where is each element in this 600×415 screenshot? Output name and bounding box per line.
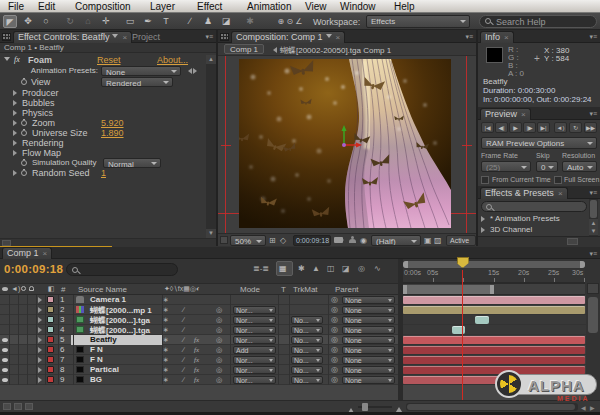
zoom-value[interactable]: 5.920 — [101, 118, 124, 128]
pan-behind-tool-icon[interactable]: ✛ — [99, 15, 113, 28]
resolution-dropdown[interactable]: (Half) — [371, 235, 421, 246]
parent-pickwhip-icon[interactable]: ◎ — [331, 305, 338, 315]
view-dropdown[interactable]: Rendered — [101, 77, 173, 87]
scroll-down-icon[interactable]: ▼ — [206, 229, 216, 238]
bubbles-group[interactable]: Bubbles — [0, 98, 206, 108]
expand-inout-icon[interactable] — [25, 403, 33, 410]
trkmat-dropdown[interactable]: No... — [291, 316, 323, 324]
layer-name[interactable]: F N — [90, 355, 103, 364]
collapse-switch-icon[interactable]: ∗ — [163, 335, 169, 345]
menu-edit[interactable]: Edit — [38, 1, 55, 12]
layer-duration-bar[interactable] — [403, 336, 585, 344]
quality-switch-icon[interactable]: ∕ — [183, 335, 184, 345]
graph-editor-icon[interactable]: ∿ — [374, 264, 381, 273]
quality-switch-icon[interactable]: ∕ — [183, 345, 184, 355]
camera-tool-icon[interactable]: ⌂ — [81, 15, 95, 28]
reset-link[interactable]: Reset — [97, 55, 121, 65]
layer-row-1[interactable]: 1Camera 1∗◎None — [0, 295, 398, 305]
mode-dropdown[interactable]: Nor... — [233, 326, 276, 334]
safe-areas-icon[interactable]: ◇ — [280, 236, 286, 245]
expand-icon[interactable] — [38, 297, 45, 303]
mode-dropdown[interactable]: Nor... — [233, 336, 276, 344]
effect-foam-row[interactable]: fx Foam Reset About... — [0, 55, 206, 65]
trkmat-dropdown[interactable]: No... — [291, 326, 323, 334]
parent-pickwhip-icon[interactable]: ◎ — [331, 375, 338, 385]
menu-animation[interactable]: Animation — [247, 1, 291, 12]
tab-info[interactable]: Info× — [480, 31, 514, 43]
hide-shy-icon[interactable]: ✱ — [298, 264, 305, 273]
timeline-search-box[interactable] — [66, 263, 178, 276]
about-link[interactable]: About... — [157, 55, 188, 65]
collapse-switch-icon[interactable]: ∗ — [163, 355, 169, 365]
parent-pickwhip-icon[interactable]: ◎ — [331, 295, 338, 305]
expand-icon[interactable] — [38, 337, 45, 343]
layer-row-6[interactable]: 6F N∗∕fx◎AddNo...◎None — [0, 345, 398, 355]
next-preset-icon[interactable] — [193, 68, 200, 74]
comp-breadcrumb-button[interactable]: Comp 1 — [224, 44, 264, 54]
eye-icon[interactable] — [2, 378, 8, 382]
effect-controls-scrollbar[interactable]: ▲ ▼ — [206, 55, 216, 238]
eye-icon[interactable] — [2, 368, 8, 372]
stopwatch-icon[interactable] — [21, 160, 27, 166]
pen-tool-icon[interactable]: ✒ — [141, 15, 155, 28]
ram-preview-button[interactable]: ▶▶ — [584, 122, 597, 133]
from-current-time-checkbox[interactable] — [481, 176, 489, 184]
eye-icon[interactable] — [2, 348, 8, 352]
axis-mode-icons[interactable]: ⊕ ⊙ ∠ — [268, 15, 312, 28]
simulation-quality-property[interactable]: Simulation Quality Normal — [0, 158, 206, 168]
label-color[interactable] — [47, 346, 54, 353]
panel-menu-icon[interactable]: ▾≡ — [589, 189, 597, 197]
always-preview-icon[interactable] — [220, 236, 228, 244]
label-color[interactable] — [47, 306, 54, 313]
zoom-tool-icon[interactable]: ○ — [39, 15, 53, 28]
effects-switch-icon[interactable]: fx — [194, 375, 199, 385]
mode-dropdown[interactable]: Nor... — [233, 316, 276, 324]
layer-duration-bar[interactable] — [403, 356, 585, 364]
play-button[interactable]: ▶ — [509, 122, 522, 133]
parent-dropdown[interactable]: None — [342, 306, 395, 314]
clone-stamp-tool-icon[interactable]: ♟ — [201, 15, 215, 28]
universe-size-property[interactable]: Universe Size 1.890 — [0, 128, 206, 138]
mode-dropdown[interactable]: Nor... — [233, 356, 276, 364]
flow-map-group[interactable]: Flow Map — [0, 148, 206, 158]
effects-switch-icon[interactable]: fx — [194, 335, 199, 345]
effects-switch-icon[interactable]: fx — [194, 355, 199, 365]
puppet-tool-icon[interactable]: ✱ — [243, 15, 257, 28]
motion-blur-switch-icon[interactable]: ◎ — [216, 375, 222, 385]
frame-blend-icon[interactable]: ▲ — [312, 264, 320, 273]
stopwatch-icon[interactable] — [21, 79, 27, 85]
selection-tool-icon[interactable]: ◤ — [3, 15, 17, 28]
simulation-quality-dropdown[interactable]: Normal — [103, 158, 161, 168]
layer-duration-bar[interactable] — [452, 326, 466, 334]
motion-blur-switch-icon[interactable]: ◎ — [216, 365, 222, 375]
tab-effect-controls[interactable]: Effect Controls: Beatfly× — [13, 31, 132, 43]
3d-channel-item[interactable]: 3D Channel — [478, 225, 588, 236]
menu-effect[interactable]: Effect — [197, 1, 222, 12]
parent-dropdown[interactable]: None — [342, 316, 395, 324]
producer-group[interactable]: Producer — [0, 88, 206, 98]
expand-modes-icon[interactable] — [14, 403, 22, 410]
ram-preview-options-dropdown[interactable]: RAM Preview Options — [481, 137, 597, 149]
brush-tool-icon[interactable]: ∕ — [183, 15, 197, 28]
panel-menu-icon[interactable]: ▾≡ — [205, 33, 213, 41]
quality-switch-icon[interactable]: ∕ — [183, 365, 184, 375]
layer-name[interactable]: F N — [90, 345, 103, 354]
motion-blur-switch-icon[interactable]: ◎ — [216, 345, 222, 355]
tab-project[interactable]: Project — [132, 32, 160, 42]
new-panel-icon[interactable] — [567, 238, 578, 245]
roi-icon[interactable]: ▣ — [424, 236, 432, 245]
quality-switch-icon[interactable]: ∕ — [183, 315, 184, 325]
motion-blur-icon[interactable]: ◫ — [327, 264, 335, 273]
menu-layer[interactable]: Layer — [150, 1, 175, 12]
effects-switch-icon[interactable]: fx — [194, 345, 199, 355]
time-ruler[interactable]: 0:00s 05s 15s 20s 25s 30s — [403, 269, 585, 283]
trkmat-dropdown[interactable]: No... — [291, 336, 323, 344]
parent-pickwhip-icon[interactable]: ◎ — [331, 355, 338, 365]
show-snapshot-icon[interactable] — [349, 236, 356, 243]
first-frame-button[interactable]: |◀ — [481, 122, 494, 133]
animation-presets-dropdown[interactable]: None — [101, 66, 181, 76]
layer-name[interactable]: Partical — [90, 365, 119, 374]
parent-pickwhip-icon[interactable]: ◎ — [331, 345, 338, 355]
label-color[interactable] — [47, 336, 54, 343]
tab-timeline-comp1[interactable]: Comp 1× — [2, 247, 52, 259]
